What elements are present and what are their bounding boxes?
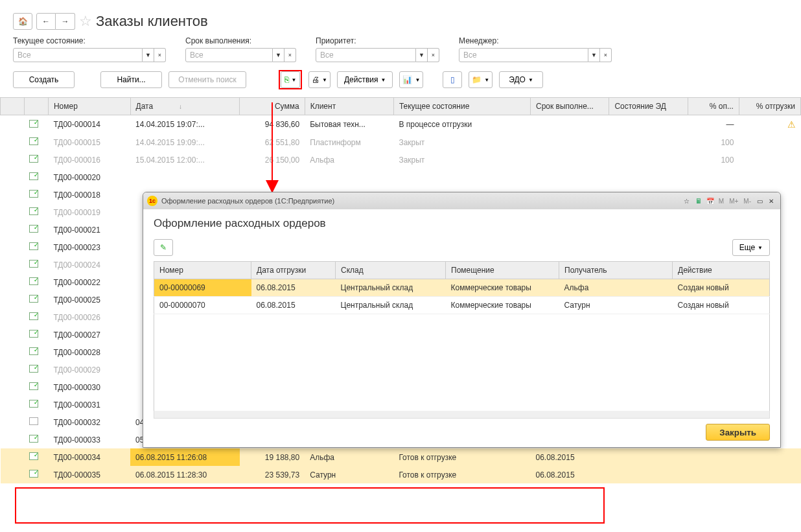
dropdown-button[interactable]: ▼ — [416, 48, 428, 62]
home-button[interactable]: 🏠 — [13, 13, 32, 30]
filter-combo[interactable]: ▼ × — [13, 48, 166, 62]
column-header[interactable]: Помещение — [446, 262, 559, 279]
column-header[interactable]: Дата отгрузки — [251, 262, 336, 279]
page-title: Заказы клиентов — [96, 13, 208, 30]
table-row[interactable]: ТД00-000016 15.04.2015 12:00:... 26 150,… — [1, 151, 801, 168]
create-on-basis-button[interactable]: ⎘▼ — [281, 71, 300, 88]
cell-ed — [609, 448, 688, 466]
close-icon[interactable]: ✕ — [766, 196, 776, 206]
column-header[interactable]: Сумма — [240, 98, 305, 115]
back-button[interactable]: ← — [36, 13, 56, 30]
cell-number: ТД00-000033 — [48, 431, 130, 448]
cell-date: 06.08.2015 — [251, 279, 336, 297]
filter-input[interactable] — [185, 48, 273, 62]
column-header[interactable]: % оп... — [688, 98, 739, 115]
create-button[interactable]: Создать — [13, 71, 75, 88]
clear-button[interactable]: × — [600, 48, 612, 62]
table-row[interactable]: ТД00-000020 — [1, 168, 801, 186]
filter-combo[interactable]: ▼ × — [185, 48, 296, 62]
cell-number: ТД00-000024 — [48, 256, 130, 273]
column-header[interactable]: Действие — [673, 262, 770, 279]
caret-icon: ▼ — [484, 77, 489, 83]
caret-icon: ▼ — [528, 77, 533, 83]
dropdown-button[interactable]: ▼ — [273, 48, 284, 62]
cell-pcto: 100 — [688, 133, 739, 151]
table-row[interactable]: 00-00000069 06.08.2015 Центральный склад… — [154, 279, 770, 297]
column-header[interactable] — [1, 98, 25, 115]
actions-menu-button[interactable]: Действия▼ — [337, 71, 393, 88]
cell-sum — [240, 168, 305, 186]
column-header[interactable]: % отгрузки — [739, 98, 800, 115]
m-plus-button[interactable]: M+ — [727, 198, 740, 205]
favorite-icon[interactable]: ☆ — [682, 196, 692, 206]
more-button[interactable]: Еще▼ — [732, 239, 770, 256]
cancel-search-button[interactable]: Отменить поиск — [168, 71, 246, 88]
forward-button[interactable]: → — [56, 13, 75, 30]
m-button[interactable]: M — [717, 198, 726, 205]
calc-icon[interactable]: 🖩 — [693, 196, 704, 206]
column-header[interactable]: Номер — [48, 98, 130, 115]
cell-sum: 62 551,80 — [240, 133, 305, 151]
column-header[interactable] — [24, 98, 48, 115]
dialog-table[interactable]: НомерДата отгрузкиСкладПомещениеПолучате… — [154, 261, 770, 314]
warning-icon: ⚠ — [787, 119, 796, 130]
edo-button[interactable]: ЭДО▼ — [499, 71, 543, 88]
document-posted-icon — [29, 330, 38, 338]
document-button[interactable]: ▯ — [443, 71, 462, 88]
column-header[interactable]: Номер — [154, 262, 251, 279]
column-header[interactable]: Текущее состояние — [393, 98, 530, 115]
column-header[interactable]: Состояние ЭД — [609, 98, 688, 115]
m-minus-button[interactable]: M- — [741, 198, 753, 205]
folder-button[interactable]: 📁▼ — [469, 71, 493, 88]
column-header[interactable]: Склад — [336, 262, 446, 279]
calendar-icon[interactable]: 📅 — [705, 196, 715, 206]
app-1c-icon: 1c — [147, 196, 157, 206]
cell-pcto: 100 — [688, 151, 739, 168]
column-header[interactable]: Клиент — [305, 98, 393, 115]
filter-combo[interactable]: ▼ × — [316, 48, 439, 62]
cell-number: ТД00-000035 — [48, 466, 130, 483]
table-row[interactable]: ТД00-000035 06.08.2015 11:28:30 23 539,7… — [1, 466, 801, 483]
document-posted-icon — [29, 137, 38, 145]
filter-label: Текущее состояние: — [13, 36, 166, 45]
filter-label: Менеджер: — [459, 36, 612, 45]
cell-warehouse: Центральный склад — [336, 279, 446, 297]
create-on-basis-icon: ⎘ — [284, 75, 289, 84]
clear-button[interactable]: × — [154, 48, 166, 62]
cell-number: ТД00-000023 — [48, 238, 130, 256]
restore-window-icon[interactable]: ▭ — [754, 196, 765, 206]
print-button[interactable]: 🖨▼ — [308, 71, 331, 88]
cell-date — [130, 168, 240, 186]
table-row[interactable]: ТД00-000015 14.04.2015 19:09:... 62 551,… — [1, 133, 801, 151]
find-button[interactable]: Найти... — [100, 71, 162, 88]
column-header[interactable]: Срок выполне... — [531, 98, 609, 115]
cell-due: 06.08.2015 — [531, 466, 609, 483]
report-button[interactable]: 📊▼ — [399, 71, 423, 88]
dialog-titlebar[interactable]: 1c Оформление расходных ордеров (1С:Пред… — [143, 192, 780, 209]
dropdown-button[interactable]: ▼ — [143, 48, 154, 62]
filter-combo[interactable]: ▼ × — [459, 48, 612, 62]
cell-number: ТД00-000031 — [48, 396, 130, 413]
cell-ed — [609, 466, 688, 483]
cell-number: ТД00-000022 — [48, 273, 130, 291]
document-posted-icon — [29, 190, 38, 198]
table-row[interactable]: ТД00-000014 14.04.2015 19:07:... 94 836,… — [1, 115, 801, 134]
filter-input[interactable] — [316, 48, 416, 62]
column-header[interactable]: Получатель — [559, 262, 673, 279]
favorite-icon[interactable]: ☆ — [79, 13, 92, 30]
clear-button[interactable]: × — [284, 48, 296, 62]
document-posted-icon — [29, 470, 38, 478]
cell-state — [393, 168, 530, 186]
table-row[interactable]: 00-00000070 06.08.2015 Центральный склад… — [154, 297, 770, 314]
edit-button[interactable]: ✎ — [154, 239, 173, 256]
filter-input[interactable] — [459, 48, 588, 62]
filter-input[interactable] — [13, 48, 143, 62]
cell-pctsh — [739, 168, 800, 186]
scrollbar-horizontal[interactable] — [154, 411, 770, 419]
table-row[interactable]: ТД00-000034 06.08.2015 11:26:08 19 188,8… — [1, 448, 801, 466]
dropdown-button[interactable]: ▼ — [588, 48, 600, 62]
column-header[interactable]: Дата↓ — [130, 98, 240, 115]
clear-button[interactable]: × — [428, 48, 439, 62]
filter-0: Текущее состояние: ▼ × — [13, 36, 166, 62]
close-button[interactable]: Закрыть — [706, 424, 770, 441]
